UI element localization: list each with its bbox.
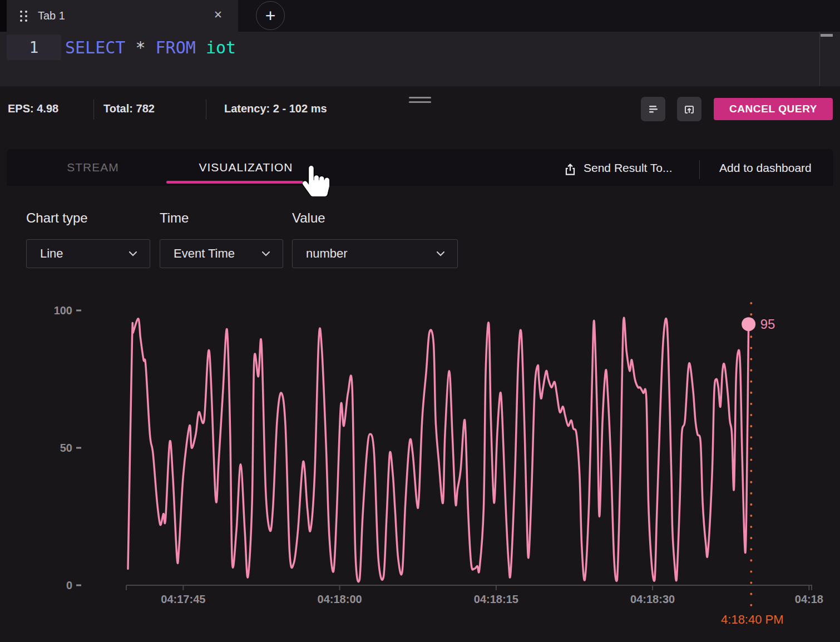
x-axis-tick-label: 04:18:15 [474,593,518,605]
stat-divider [93,100,94,120]
format-query-button[interactable] [641,97,665,121]
app-window: { "tab_bar": { "tab_title": "Tab 1", "cl… [0,0,840,642]
send-result-to-button[interactable]: Send Result To... [584,161,673,175]
strip-divider [699,160,700,179]
y-axis-tick-label: 0 [66,579,72,591]
chart-type-select[interactable]: Line [26,239,150,268]
series-line-number [128,318,749,582]
x-axis-tick-label: 04:18:30 [630,593,675,605]
y-axis-tick [76,585,81,586]
chevron-down-icon [129,250,137,257]
editor-scrollbar-thumb[interactable] [821,34,833,37]
cancel-query-button[interactable]: CANCEL QUERY [714,98,833,120]
format-lines-icon [646,102,660,116]
value-select[interactable]: number [292,239,458,268]
current-time-label: 4:18:40 PM [721,613,784,626]
add-to-dashboard-button[interactable]: Add to dashboard [719,161,812,175]
time-select[interactable]: Event Time [160,239,283,268]
tab-bar-left-strip [0,0,7,32]
chart-type-label: Chart type [26,210,88,226]
latest-value-label: 95 [760,317,775,332]
value-label: Value [292,210,325,226]
sql-code-line[interactable]: SELECT * FROM iot [65,38,236,57]
latest-value-dot [742,317,755,331]
latency-stat: Latency: 2 - 102 ms [224,102,327,115]
y-axis-tick-label: 100 [54,304,72,317]
line-number: 1 [7,38,61,57]
chevron-down-icon [261,250,270,257]
sql-keyword-from: FROM [156,38,196,57]
eps-stat: EPS: 4.98 [8,102,58,115]
close-tab-icon[interactable]: ✕ [210,7,226,23]
sql-keyword-select: SELECT [65,38,125,57]
drag-handle-icon[interactable] [20,11,28,22]
sql-editor[interactable]: 1 SELECT * FROM iot [0,32,840,86]
query-status-bar: EPS: 4.98 Total: 782 Latency: 2 - 102 ms… [0,86,840,132]
editor-tab-bar: Tab 1 ✕ + [0,0,840,32]
x-axis-tick-label: 04:17:45 [161,593,205,605]
export-window-icon [683,102,696,116]
editor-scrollbar-gutter [819,32,820,86]
tab-visualization[interactable]: VISUALIZATION [190,161,302,174]
y-axis-tick [76,447,81,449]
stat-divider [206,100,206,120]
y-axis-tick-label: 50 [60,442,72,454]
x-axis-tick-label: 04:18:00 [318,593,362,605]
chevron-down-icon [436,250,445,257]
time-label: Time [160,210,189,226]
x-axis-tick-label: 04:18 [795,593,823,605]
panel-resize-handle[interactable] [409,101,431,103]
plus-icon: + [265,6,276,26]
active-tab-underline [166,181,304,184]
sql-star-operator: * [135,38,145,57]
tab-query-1[interactable]: Tab 1 ✕ [7,0,238,32]
total-stat: Total: 782 [103,102,155,115]
share-upload-icon [563,162,577,177]
sql-table-name: iot [206,38,236,57]
tab-stream[interactable]: STREAM [57,161,129,174]
open-in-new-window-button[interactable] [677,97,701,121]
result-tabs-strip: STREAM VISUALIZATION Send Result To... A… [7,149,833,186]
y-axis-tick [76,310,81,312]
new-tab-button[interactable]: + [256,1,285,30]
tab-title: Tab 1 [38,9,65,22]
panel-resize-handle[interactable] [409,97,431,98]
